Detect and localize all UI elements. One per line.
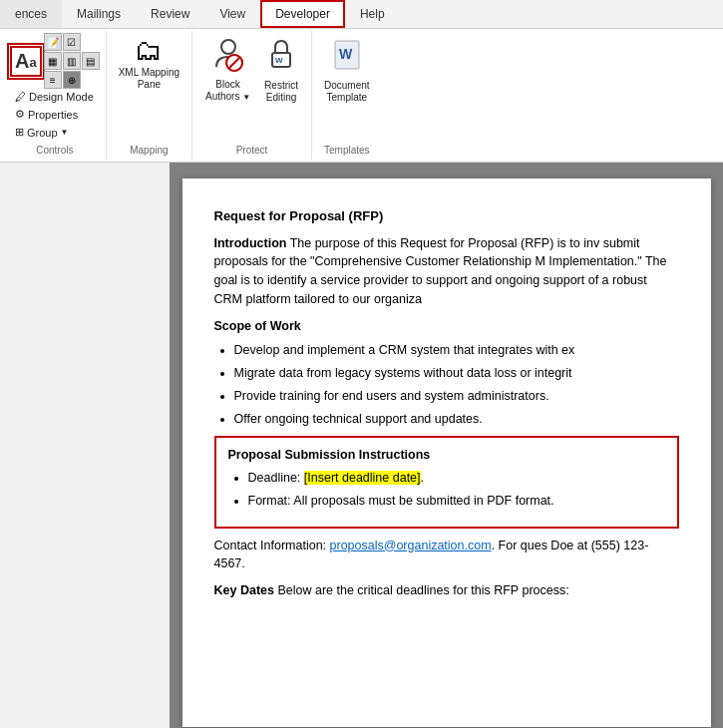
tab-developer[interactable]: Developer xyxy=(260,0,345,28)
control-icon-7[interactable]: ⊕ xyxy=(63,71,81,89)
properties-label: Properties xyxy=(28,109,78,121)
controls-vert-buttons: 🖊 Design Mode ⚙ Properties ⊞ Group ▼ xyxy=(10,89,99,141)
document-title: Request for Proposal (RFP) xyxy=(214,206,679,226)
proposal-submission-box: Proposal Submission Instructions Deadlin… xyxy=(214,436,679,528)
control-icon-3[interactable]: ▦ xyxy=(44,52,62,70)
proposal-list: Deadline: [Insert deadline date]. Format… xyxy=(248,469,665,511)
protect-group-label: Protect xyxy=(236,141,268,158)
document-template-button[interactable]: W DocumentTemplate xyxy=(318,33,376,108)
list-item: Migrate data from legacy systems without… xyxy=(234,364,679,383)
svg-text:W: W xyxy=(275,56,283,65)
list-item: Offer ongoing technical support and upda… xyxy=(234,410,679,429)
controls-group: Aa 📝 ☑ ▦ ▥ ▤ ≡ xyxy=(4,31,107,160)
tab-ences[interactable]: ences xyxy=(0,0,62,28)
mapping-group: 🗂 XML Mapping Pane Mapping xyxy=(107,31,192,160)
block-authors-icon xyxy=(212,37,244,77)
control-icon-1[interactable]: 📝 xyxy=(44,33,62,51)
scope-title: Scope of Work xyxy=(214,317,679,336)
properties-icon: ⚙ xyxy=(15,108,25,121)
tab-review[interactable]: Review xyxy=(136,0,204,28)
control-icon-6[interactable]: ≡ xyxy=(44,71,62,89)
restrict-editing-button[interactable]: W RestrictEditing xyxy=(258,33,304,108)
document-sidebar xyxy=(0,163,170,728)
key-dates-bold: Key Dates xyxy=(214,583,274,597)
xml-mapping-button[interactable]: 🗂 XML Mapping Pane xyxy=(113,33,185,95)
properties-button[interactable]: ⚙ Properties xyxy=(10,106,99,123)
list-item: Format: All proposals must be submitted … xyxy=(248,492,665,511)
aa-small: a xyxy=(29,55,36,70)
block-authors-label: BlockAuthors ▼ xyxy=(205,79,250,103)
control-icon-4[interactable]: ▥ xyxy=(63,52,81,70)
intro-bold: Introduction xyxy=(214,236,287,250)
intro-paragraph: Introduction The purpose of this Request… xyxy=(214,234,679,309)
svg-text:W: W xyxy=(339,46,353,62)
design-mode-icon: 🖊 xyxy=(15,91,26,103)
contact-paragraph: Contact Information: proposals@organizat… xyxy=(214,537,679,574)
group-label: Group xyxy=(27,127,58,139)
document-template-label: DocumentTemplate xyxy=(324,80,370,104)
deadline-prefix: Deadline: xyxy=(248,471,304,485)
contact-label: Contact Information: xyxy=(214,539,330,552)
tab-help[interactable]: Help xyxy=(345,0,400,28)
design-mode-label: Design Mode xyxy=(29,91,94,103)
tab-mailings[interactable]: Mailings xyxy=(62,0,136,28)
protect-items: BlockAuthors ▼ W RestrictE xyxy=(199,33,304,141)
block-authors-svg xyxy=(212,37,244,73)
document-container: Request for Proposal (RFP) Introduction … xyxy=(0,163,723,728)
controls-items: Aa 📝 ☑ ▦ ▥ ▤ ≡ xyxy=(10,33,100,141)
group-icon: ⊞ xyxy=(15,126,24,139)
aa-large: A xyxy=(15,50,29,72)
contact-email-link[interactable]: proposals@organization.com xyxy=(330,539,492,552)
protect-group: BlockAuthors ▼ W RestrictE xyxy=(192,31,312,160)
mapping-group-label: Mapping xyxy=(130,141,168,158)
document-template-icon: W xyxy=(331,37,363,78)
restrict-editing-label: RestrictEditing xyxy=(264,80,298,104)
control-icon-2[interactable]: ☑ xyxy=(63,33,81,51)
proposal-title: Proposal Submission Instructions xyxy=(228,446,665,465)
templates-group: W DocumentTemplate Templates xyxy=(312,31,382,160)
list-item: Provide training for end users and syste… xyxy=(234,387,679,406)
document-template-svg: W xyxy=(331,37,363,73)
controls-row-1: Aa 📝 ☑ ▦ ▥ ▤ ≡ xyxy=(10,33,100,89)
svg-point-1 xyxy=(227,40,241,54)
key-dates-text: Below are the critical deadlines for thi… xyxy=(274,583,569,597)
list-item: Develop and implement a CRM system that … xyxy=(234,341,679,360)
ribbon-tab-bar: ences Mailings Review View Developer Hel… xyxy=(0,0,723,29)
restrict-editing-icon: W xyxy=(265,37,297,78)
deadline-suffix: . xyxy=(421,471,424,485)
control-icon-5[interactable]: ▤ xyxy=(82,52,100,70)
templates-items: W DocumentTemplate xyxy=(318,33,376,141)
aa-button[interactable]: Aa xyxy=(10,46,42,77)
controls-group-label: Controls xyxy=(36,141,73,158)
deadline-highlight: [Insert deadline date] xyxy=(304,471,421,485)
restrict-editing-svg: W xyxy=(265,37,297,73)
tab-view[interactable]: View xyxy=(204,0,260,28)
templates-group-label: Templates xyxy=(324,141,370,158)
ribbon: ences Mailings Review View Developer Hel… xyxy=(0,0,723,163)
block-authors-button[interactable]: BlockAuthors ▼ xyxy=(199,33,256,107)
xml-mapping-label: XML Mapping Pane xyxy=(119,67,180,91)
scope-list: Develop and implement a CRM system that … xyxy=(234,341,679,428)
xml-mapping-icon: 🗂 xyxy=(135,37,163,65)
ribbon-content: Aa 📝 ☑ ▦ ▥ ▤ ≡ xyxy=(0,29,723,162)
group-button[interactable]: ⊞ Group ▼ xyxy=(10,124,99,141)
group-chevron-icon: ▼ xyxy=(61,128,69,137)
document-page: Request for Proposal (RFP) Introduction … xyxy=(182,179,711,727)
key-dates-paragraph: Key Dates Below are the critical deadlin… xyxy=(214,581,679,600)
mapping-items: 🗂 XML Mapping Pane xyxy=(113,33,185,141)
document-main: Request for Proposal (RFP) Introduction … xyxy=(170,163,723,728)
list-item: Deadline: [Insert deadline date]. xyxy=(248,469,665,488)
format-text: Format: All proposals must be submitted … xyxy=(248,494,554,508)
design-mode-button[interactable]: 🖊 Design Mode xyxy=(10,89,99,105)
